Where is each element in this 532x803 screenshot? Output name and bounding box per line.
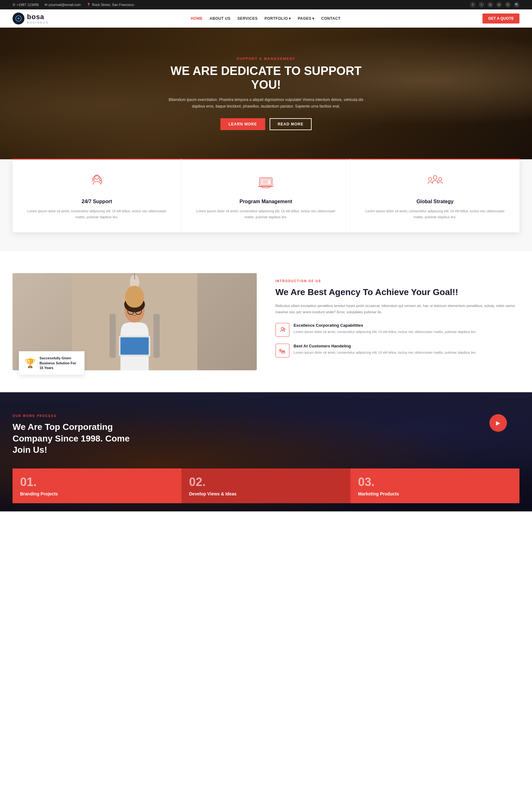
feature-title-strategy: Global Strategy [360,199,510,205]
strategy-icon [424,171,446,193]
hero-tag: SUPPORT & MANAGEMENT [163,57,369,60]
phone-info: ✆ +1987 123456 [13,3,39,7]
email-info: ✉ yourmail@email.com [44,3,81,7]
about-content: INTRODUCTION OF US We Are Best Agency To… [276,280,520,364]
management-icon [255,171,277,193]
svg-rect-21 [120,337,149,355]
badge-text: Successfully Given Business Solution For… [39,356,79,370]
svg-rect-23 [153,314,159,358]
phone-icon: ✆ [13,3,15,7]
features-section: 24/7 Support Lorem ipsum dolor sit amet,… [0,159,532,251]
feature-desc-support: Lorem ipsum dolor sit amet, consectetur … [22,208,172,220]
about-badge: 🏆 Successfully Given Business Solution F… [19,351,84,375]
about-title: We Are Best Agency To Achieve Your Goal!… [276,287,520,298]
learn-more-button[interactable]: LEARN MORE [221,118,265,130]
step-2-number: 02. [189,475,343,489]
feature-card-strategy: Global Strategy Lorem ipsum dolor sit am… [350,159,519,232]
location-icon: 📍 [87,3,91,7]
process-step-2: 02. Develop Views & Ideas [182,469,350,503]
dropdown-arrow-portfolio: ▾ [289,16,291,21]
feature-card-support: 24/7 Support Lorem ipsum dolor sit amet,… [13,159,182,232]
feature-title-support: 24/7 Support [22,199,172,205]
customer-icon [276,344,289,358]
feature-title-management: Program Management [191,199,341,205]
hero-buttons: LEARN MORE READ MORE [163,118,369,130]
logo[interactable]: bosa BUSINESS [13,13,49,24]
google-icon[interactable]: G [488,2,493,7]
step-3-title: Marketing Products [358,491,512,496]
svg-point-30 [279,349,281,351]
navbar: bosa BUSINESS HOME ABOUT US SERVICES POR… [0,9,532,27]
svg-rect-2 [93,178,94,181]
search-icon[interactable]: 🔍 [514,2,519,7]
about-feature-1: Excellence Corporating Capabilities Lore… [276,323,520,337]
play-icon: ▶ [496,420,500,426]
step-1-number: 01. [20,475,174,489]
logo-sub: BUSINESS [27,21,49,24]
nav-links: HOME ABOUT US SERVICES PORTFOLIO ▾ PAGES… [191,16,341,21]
process-step-3: 03. Marketing Products [350,469,519,503]
award-icon: 🏆 [25,358,36,368]
feature-desc-strategy: Lorem ipsum dolor sit amet, consectetur … [360,208,510,220]
support-icon [86,171,108,193]
phone-number: +1987 123456 [17,3,39,6]
address-info: 📍 Rock Street, San Francisco [87,3,134,7]
twitter-icon[interactable]: t [479,2,484,7]
about-feature-1-text: Excellence Corporating Capabilities Lore… [294,323,476,335]
step-3-number: 03. [358,475,512,489]
pinterest-icon[interactable]: © [505,2,511,7]
about-section: 🏆 Successfully Given Business Solution F… [0,251,532,392]
read-more-button[interactable]: READ MORE [270,118,311,130]
step-1-title: Branding Projects [20,491,174,496]
feature-1-title: Excellence Corporating Capabilities [294,323,476,328]
hero-content: SUPPORT & MANAGEMENT WE ARE DEDICATE TO … [156,57,376,130]
svg-point-27 [281,327,284,330]
feature-card-management: Program Management Lorem ipsum dolor sit… [182,159,350,232]
nav-about[interactable]: ABOUT US [210,16,231,21]
logo-icon [13,13,24,24]
nav-pages[interactable]: PAGES ▾ [298,16,315,21]
svg-point-11 [429,177,432,180]
email-address: yourmail@email.com [49,3,81,6]
about-feature-2: Best At Customers Handeling Lorem ipsum … [276,344,520,358]
top-bar: ✆ +1987 123456 ✉ yourmail@email.com 📍 Ro… [0,0,532,9]
about-feature-2-text: Best At Customers Handeling Lorem ipsum … [294,344,476,356]
feature-1-desc: Lorem ipsum dolor sit amet, consectetur … [294,329,476,335]
nav-contact[interactable]: CONTACT [321,16,340,21]
process-steps: 01. Branding Projects 02. Develop Views … [13,469,519,503]
svg-point-4 [101,182,102,184]
svg-point-28 [284,329,285,330]
nav-services[interactable]: SERVICES [237,16,258,21]
about-image-wrap: 🏆 Successfully Given Business Solution F… [13,273,257,370]
process-step-1: 01. Branding Projects [13,469,182,503]
svg-point-33 [283,351,284,352]
about-tag: INTRODUCTION OF US [276,280,520,283]
get-quote-button[interactable]: Get a Quote [482,14,519,23]
process-tag: OUR WORK PROCESS [13,414,519,418]
address-text: Rock Street, San Francisco [92,3,134,6]
play-button[interactable]: ▶ [489,414,507,432]
hero-section: SUPPORT & MANAGEMENT WE ARE DEDICATE TO … [0,27,532,159]
svg-point-19 [124,297,145,312]
nav-home[interactable]: HOME [191,16,203,21]
hero-title: WE ARE DEDICATE TO SUPPORT YOU! [163,64,369,92]
svg-rect-22 [109,314,116,358]
svg-point-10 [433,176,437,179]
process-content: OUR WORK PROCESS We Are Top Corporating … [13,414,519,456]
social-links: f t G in © 🔍 [470,2,519,7]
svg-point-12 [439,177,442,180]
facebook-icon[interactable]: f [470,2,476,7]
feature-2-desc: Lorem ipsum dolor sit amet, consectetur … [294,350,476,356]
process-title: We Are Top Corporating Company Since 199… [13,421,138,456]
process-section: OUR WORK PROCESS We Are Top Corporating … [0,392,532,511]
logo-text-wrap: bosa BUSINESS [27,13,49,24]
instagram-icon[interactable]: in [496,2,502,7]
features-grid: 24/7 Support Lorem ipsum dolor sit amet,… [13,159,519,232]
email-icon: ✉ [44,3,48,7]
nav-portfolio[interactable]: PORTFOLIO ▾ [265,16,291,21]
top-bar-left: ✆ +1987 123456 ✉ yourmail@email.com 📍 Ro… [13,3,134,7]
svg-point-1 [95,175,99,179]
capability-icon [276,323,289,337]
feature-desc-management: Lorem ipsum dolor sit amet, consectetur … [191,208,341,220]
svg-rect-31 [282,351,285,353]
